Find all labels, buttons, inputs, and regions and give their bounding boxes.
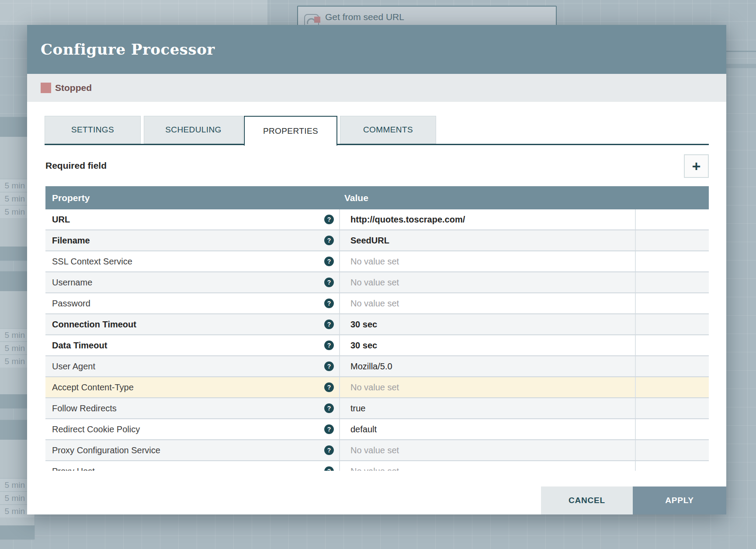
- property-name-cell: Proxy Host ?: [45, 461, 340, 471]
- property-value-cell[interactable]: SeedURL: [340, 230, 636, 250]
- property-name-cell: Data Timeout ?: [45, 335, 340, 355]
- help-icon[interactable]: ?: [324, 341, 334, 350]
- help-icon[interactable]: ?: [324, 236, 334, 245]
- property-value-cell[interactable]: 30 sec: [340, 314, 636, 334]
- property-row: Username ? No value set: [45, 272, 709, 293]
- help-icon[interactable]: ?: [324, 361, 334, 371]
- status-bar: Stopped: [27, 74, 726, 102]
- property-row: URL ? http://quotes.toscrape.com/: [45, 209, 709, 230]
- row-extra-cell: [636, 251, 709, 271]
- property-value-cell[interactable]: No value set: [340, 440, 636, 460]
- tab-properties[interactable]: PROPERTIES: [244, 116, 337, 146]
- status-label: Stopped: [55, 83, 92, 93]
- property-name: Accept Content-Type: [52, 382, 324, 393]
- row-extra-cell: [636, 419, 709, 439]
- help-icon[interactable]: ?: [324, 320, 334, 329]
- property-name-cell: Connection Timeout ?: [45, 314, 340, 334]
- row-extra-cell: [636, 230, 709, 250]
- property-row: Password ? No value set: [45, 293, 709, 314]
- row-extra-cell: [636, 209, 709, 229]
- help-icon[interactable]: ?: [324, 257, 334, 266]
- property-row: Filename ? SeedURL: [45, 230, 709, 251]
- property-value-cell[interactable]: Mozilla/5.0: [340, 356, 636, 376]
- help-icon[interactable]: ?: [324, 424, 334, 434]
- property-name-cell: URL ?: [45, 209, 340, 229]
- connection-label-band: [726, 64, 756, 68]
- dialog-content: SETTINGSSCHEDULINGPROPERTIESCOMMENTS Req…: [27, 102, 726, 514]
- row-extra-cell: [636, 377, 709, 397]
- property-row: Proxy Host ? No value set: [45, 461, 709, 471]
- property-value-cell[interactable]: true: [340, 398, 636, 418]
- help-icon[interactable]: ?: [324, 278, 334, 287]
- configure-processor-dialog: Configure Processor Stopped SETTINGSSCHE…: [27, 25, 726, 514]
- apply-button[interactable]: APPLY: [633, 486, 726, 514]
- property-row: Connection Timeout ? 30 sec: [45, 314, 709, 335]
- row-extra-cell: [636, 314, 709, 334]
- table-header-row: Property Value: [45, 186, 709, 209]
- tab-underline: [45, 144, 709, 145]
- properties-table[interactable]: Property Value URL ? http://quotes.toscr…: [45, 186, 709, 471]
- property-name: SSL Context Service: [52, 257, 324, 267]
- property-name: Connection Timeout: [52, 320, 324, 330]
- property-row: User Agent ? Mozilla/5.0: [45, 356, 709, 377]
- property-value-cell[interactable]: No value set: [340, 251, 636, 271]
- property-name-cell: Accept Content-Type ?: [45, 377, 340, 397]
- property-name-cell: Redirect Cookie Policy ?: [45, 419, 340, 439]
- property-name: User Agent: [52, 361, 324, 372]
- property-name-cell: Username ?: [45, 272, 340, 292]
- add-property-button[interactable]: +: [684, 154, 709, 178]
- stopped-square-icon: [314, 17, 320, 23]
- property-name: Username: [52, 278, 324, 288]
- property-name-cell: Password ?: [45, 293, 340, 313]
- property-name: Proxy Host: [52, 466, 324, 471]
- property-name: Redirect Cookie Policy: [52, 424, 324, 434]
- column-header-property: Property: [45, 193, 340, 203]
- help-icon[interactable]: ?: [324, 466, 334, 471]
- table-toolbar: Required field +: [45, 154, 709, 179]
- property-name: Password: [52, 299, 324, 309]
- property-row: Accept Content-Type ? No value set: [45, 377, 709, 398]
- help-icon[interactable]: ?: [324, 299, 334, 308]
- help-icon[interactable]: ?: [324, 445, 334, 455]
- stopped-icon: [41, 83, 51, 93]
- property-value-cell[interactable]: No value set: [340, 272, 636, 292]
- canvas-light-region: [0, 0, 267, 25]
- property-value-cell[interactable]: No value set: [340, 293, 636, 313]
- row-extra-cell: [636, 272, 709, 292]
- property-value-cell[interactable]: http://quotes.toscrape.com/: [340, 209, 636, 229]
- tab-comments[interactable]: COMMENTS: [340, 116, 436, 144]
- property-value-cell[interactable]: default: [340, 419, 636, 439]
- property-name-cell: User Agent ?: [45, 356, 340, 376]
- row-extra-cell: [636, 356, 709, 376]
- property-row: SSL Context Service ? No value set: [45, 251, 709, 272]
- column-header-value: Value: [340, 193, 636, 203]
- help-icon[interactable]: ?: [324, 403, 334, 413]
- row-extra-cell: [636, 293, 709, 313]
- processor-name: Get from seed URL: [325, 12, 404, 22]
- property-row: Data Timeout ? 30 sec: [45, 335, 709, 356]
- property-name-cell: Filename ?: [45, 230, 340, 250]
- tab-bar: SETTINGSSCHEDULINGPROPERTIESCOMMENTS: [45, 116, 709, 146]
- help-icon[interactable]: ?: [324, 382, 334, 392]
- help-icon[interactable]: ?: [324, 215, 334, 224]
- property-name: Data Timeout: [52, 341, 324, 351]
- property-name: Filename: [52, 236, 324, 246]
- property-name-cell: Follow Redirects ?: [45, 398, 340, 418]
- property-value-cell[interactable]: No value set: [340, 377, 636, 397]
- row-extra-cell: [636, 398, 709, 418]
- property-name: Proxy Configuration Service: [52, 445, 324, 455]
- property-value-cell[interactable]: 30 sec: [340, 335, 636, 355]
- cancel-button[interactable]: CANCEL: [541, 486, 633, 514]
- row-extra-cell: [636, 461, 709, 471]
- property-value-cell[interactable]: No value set: [340, 461, 636, 471]
- property-row: Redirect Cookie Policy ? default: [45, 419, 709, 440]
- dialog-footer-buttons: CANCEL APPLY: [541, 486, 726, 514]
- process-group-footer: [0, 525, 35, 539]
- dialog-title: Configure Processor: [27, 41, 215, 58]
- row-extra-cell: [636, 440, 709, 460]
- property-row: Proxy Configuration Service ? No value s…: [45, 440, 709, 461]
- tab-scheduling[interactable]: SCHEDULING: [144, 116, 243, 144]
- tab-settings[interactable]: SETTINGS: [45, 116, 141, 144]
- property-row: Follow Redirects ? true: [45, 398, 709, 419]
- row-extra-cell: [636, 335, 709, 355]
